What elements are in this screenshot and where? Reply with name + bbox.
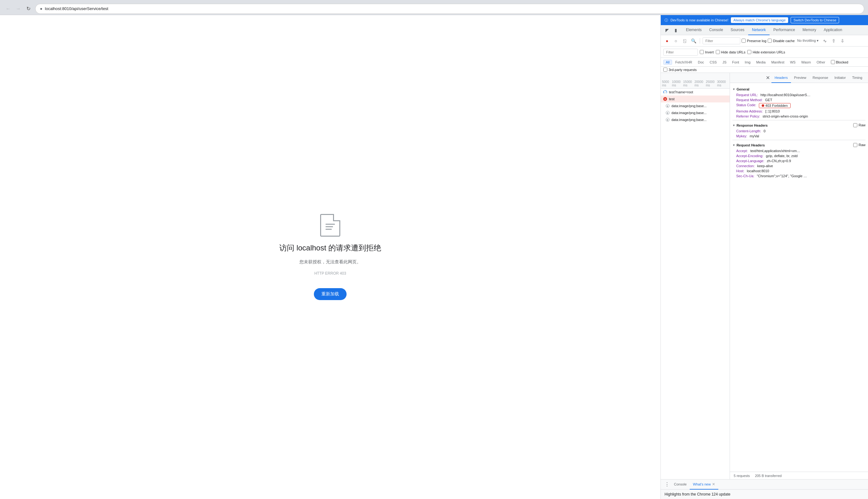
filter-fetch-xhr[interactable]: Fetch/XHR [673,60,695,65]
tab-headers[interactable]: Headers [771,73,791,83]
hide-data-urls-checkbox[interactable] [716,50,720,54]
disable-cache-label[interactable]: Disable cache [768,39,795,43]
table-row: Mykey: myVal [733,134,866,138]
header-val: gzip, deflate, br, zstd [766,154,798,158]
clear-button[interactable]: ○ [672,37,680,45]
req-name: test [669,97,727,101]
header-key: Accept-Encoding: [736,154,763,158]
address-bar[interactable]: ● localhost:8010/api/userService/test [35,4,864,14]
header-val: http://localhost:8010/api/userSe... [760,93,811,97]
filter-js[interactable]: JS [720,60,729,65]
table-row: Remote Address: [::1]:8010 [733,109,866,114]
upload-icon[interactable]: ⇧ [830,37,837,45]
tab-performance[interactable]: Performance [770,25,799,35]
requests-count: 5 requests [734,474,750,478]
filter-img[interactable]: Img [742,60,753,65]
filter-wasm[interactable]: Wasm [799,60,813,65]
filter-doc[interactable]: Doc [695,60,707,65]
table-row: Host: localhost:8010 [733,168,866,173]
header-val: zh-CN,zh;q=0.9 [767,159,791,163]
filter-input[interactable] [703,37,740,44]
blocked-label[interactable]: Blocked [831,60,848,64]
hide-extension-urls-label[interactable]: Hide extension URLs [747,50,785,54]
more-options-button[interactable]: ⋮ [663,481,671,488]
hide-extension-urls-checkbox[interactable] [747,50,751,54]
tab-whats-new[interactable]: What's new ✕ [690,479,718,489]
third-party-checkbox[interactable] [663,68,667,72]
request-headers-section-header[interactable]: Request Headers [733,142,853,148]
wifi-icon[interactable]: ∿ [821,37,829,45]
text-filter-input[interactable] [663,49,698,56]
list-item[interactable]: ✕ test [661,96,730,102]
bottom-panel: ⋮ Console What's new ✕ Highlights from t… [661,479,868,499]
hide-data-urls-label[interactable]: Hide data URLs [716,50,746,54]
list-item[interactable]: ■ data:image/png;base... [661,102,730,109]
devtools-tabs: ◤ ▮ Elements Console Sources Network Per… [661,25,868,35]
close-whats-new-button[interactable]: ✕ [712,482,715,486]
reload-button[interactable]: ↻ [24,4,33,13]
infobar-message: DevTools is now available in Chinese! [670,18,728,22]
filter-font[interactable]: Font [730,60,741,65]
forward-button[interactable]: → [14,4,23,13]
filter-media[interactable]: Media [753,60,768,65]
general-section-header[interactable]: General [733,85,866,93]
close-panel-button[interactable]: ✕ [764,74,771,82]
filter-ws[interactable]: WS [787,60,798,65]
inspect-icon[interactable]: ◤ [663,26,671,34]
raw-request-label[interactable]: Raw [853,143,866,147]
tab-timing[interactable]: Timing [849,73,866,83]
header-key: Remote Address: [736,109,763,113]
filter-css[interactable]: CSS [707,60,720,65]
requests-list: 5000 ms 10000 ms 15000 ms 20000 ms 25000… [661,73,730,479]
header-key: Accept-Language: [736,159,764,163]
reload-page-button[interactable]: 重新加载 [314,288,347,300]
list-item[interactable]: ■ data:image/png;base... [661,116,730,123]
search-btn[interactable]: 🔍 [690,37,697,45]
filter-other[interactable]: Other [814,60,828,65]
req-icon-img: ■ [666,111,669,115]
preserve-log-label[interactable]: Preserve log [741,39,766,43]
switch-language-button[interactable]: Switch DevTools to Chinese [790,17,839,23]
raw-response-checkbox[interactable] [853,123,857,127]
table-row: Referrer Policy: strict-origin-when-cros… [733,114,866,119]
bottom-tabs: ⋮ Console What's new ✕ [661,479,868,489]
third-party-label[interactable]: 3rd-party requests [663,68,697,72]
tab-network[interactable]: Network [748,25,770,35]
tab-elements[interactable]: Elements [682,25,705,35]
raw-request-checkbox[interactable] [853,143,857,147]
invert-checkbox[interactable] [700,50,704,54]
header-key: Host: [736,169,745,173]
blocked-checkbox[interactable] [831,60,835,64]
nav-buttons: ← → ↻ [4,4,33,13]
tab-console-bottom[interactable]: Console [671,479,690,489]
tab-preview[interactable]: Preview [791,73,809,83]
page-content: 访问 localhost 的请求遭到拒绝 您未获授权，无法查看此网页。 HTTP… [0,15,661,499]
filter-manifest[interactable]: Manifest [769,60,787,65]
devtools-infobar: ⓘ DevTools is now available in Chinese! … [661,15,868,25]
invert-label[interactable]: Invert [700,50,714,54]
tab-memory[interactable]: Memory [799,25,820,35]
disable-cache-checkbox[interactable] [768,39,772,43]
header-val: "Chromium";v="124", "Google C... [757,174,807,178]
tab-response[interactable]: Response [809,73,832,83]
raw-response-label[interactable]: Raw [853,123,866,127]
preserve-log-checkbox[interactable] [741,39,746,43]
response-headers-section-header[interactable]: Response Headers [733,122,853,129]
record-button[interactable]: ● [663,37,671,45]
tab-console[interactable]: Console [705,25,727,35]
download-icon[interactable]: ⇩ [839,37,846,45]
no-throttling-select[interactable]: No throttling ▾ [796,37,820,45]
tick-25000: 25000 ms [706,80,717,87]
list-item[interactable]: 📄 test?name=root [661,89,730,96]
tab-sources[interactable]: Sources [727,25,748,35]
header-val: [::1]:8010 [765,109,780,113]
list-item[interactable]: ■ data:image/png;base... [661,109,730,116]
filter-all[interactable]: All [663,60,672,65]
tab-initiator[interactable]: Initiator [831,73,849,83]
back-button[interactable]: ← [4,4,13,13]
filter-icon-btn[interactable]: ⍂ [681,37,688,45]
main-area: 访问 localhost 的请求遭到拒绝 您未获授权，无法查看此网页。 HTTP… [0,15,868,499]
device-icon[interactable]: ▮ [672,26,680,34]
match-language-button[interactable]: Always match Chrome's language [731,17,788,23]
tab-application[interactable]: Application [820,25,846,35]
